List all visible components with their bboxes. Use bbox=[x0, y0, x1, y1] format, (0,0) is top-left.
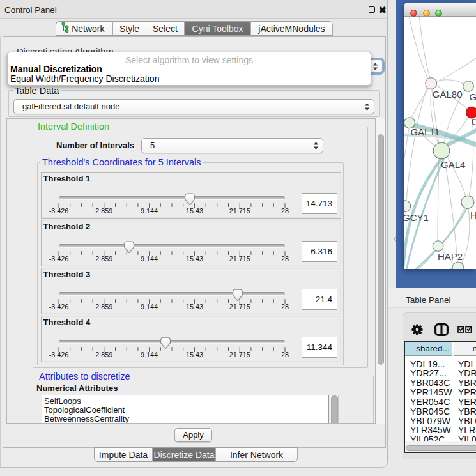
svg-text:GAL4: GAL4 bbox=[441, 159, 465, 170]
svg-text:GA: GA bbox=[470, 91, 476, 102]
svg-text:GAL11: GAL11 bbox=[410, 127, 440, 137]
svg-text:H: H bbox=[470, 210, 476, 220]
svg-text:GCY1: GCY1 bbox=[404, 212, 429, 223]
svg-text:HAP2: HAP2 bbox=[438, 251, 463, 262]
svg-text:C: C bbox=[472, 116, 476, 127]
svg-text:GAL80: GAL80 bbox=[433, 89, 463, 100]
